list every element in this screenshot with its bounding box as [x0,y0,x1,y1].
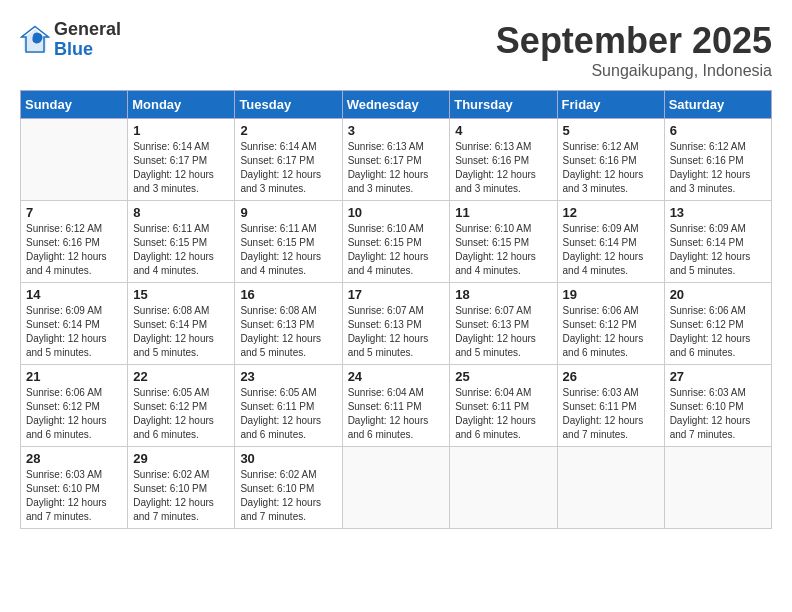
calendar-cell [21,119,128,201]
day-number: 3 [348,123,445,138]
weekday-header: Sunday [21,91,128,119]
calendar-cell: 27Sunrise: 6:03 AMSunset: 6:10 PMDayligh… [664,365,771,447]
day-number: 2 [240,123,336,138]
weekday-header: Tuesday [235,91,342,119]
day-info: Sunrise: 6:02 AMSunset: 6:10 PMDaylight:… [240,468,336,524]
day-info: Sunrise: 6:09 AMSunset: 6:14 PMDaylight:… [26,304,122,360]
logo-text: General Blue [54,20,121,60]
calendar-cell: 22Sunrise: 6:05 AMSunset: 6:12 PMDayligh… [128,365,235,447]
day-info: Sunrise: 6:07 AMSunset: 6:13 PMDaylight:… [455,304,551,360]
calendar-cell: 23Sunrise: 6:05 AMSunset: 6:11 PMDayligh… [235,365,342,447]
month-title: September 2025 [496,20,772,62]
day-number: 14 [26,287,122,302]
day-number: 11 [455,205,551,220]
day-number: 10 [348,205,445,220]
weekday-header: Friday [557,91,664,119]
day-number: 17 [348,287,445,302]
day-info: Sunrise: 6:02 AMSunset: 6:10 PMDaylight:… [133,468,229,524]
day-number: 16 [240,287,336,302]
day-number: 8 [133,205,229,220]
calendar-cell: 24Sunrise: 6:04 AMSunset: 6:11 PMDayligh… [342,365,450,447]
day-info: Sunrise: 6:03 AMSunset: 6:10 PMDaylight:… [670,386,766,442]
calendar-cell: 16Sunrise: 6:08 AMSunset: 6:13 PMDayligh… [235,283,342,365]
calendar-cell: 28Sunrise: 6:03 AMSunset: 6:10 PMDayligh… [21,447,128,529]
calendar-body: 1Sunrise: 6:14 AMSunset: 6:17 PMDaylight… [21,119,772,529]
calendar-cell: 13Sunrise: 6:09 AMSunset: 6:14 PMDayligh… [664,201,771,283]
day-info: Sunrise: 6:05 AMSunset: 6:12 PMDaylight:… [133,386,229,442]
day-number: 28 [26,451,122,466]
day-number: 4 [455,123,551,138]
calendar-cell: 18Sunrise: 6:07 AMSunset: 6:13 PMDayligh… [450,283,557,365]
calendar-cell: 14Sunrise: 6:09 AMSunset: 6:14 PMDayligh… [21,283,128,365]
day-number: 15 [133,287,229,302]
day-number: 26 [563,369,659,384]
calendar-week-row: 7Sunrise: 6:12 AMSunset: 6:16 PMDaylight… [21,201,772,283]
day-info: Sunrise: 6:08 AMSunset: 6:13 PMDaylight:… [240,304,336,360]
calendar-cell: 2Sunrise: 6:14 AMSunset: 6:17 PMDaylight… [235,119,342,201]
day-info: Sunrise: 6:13 AMSunset: 6:17 PMDaylight:… [348,140,445,196]
day-number: 22 [133,369,229,384]
day-info: Sunrise: 6:08 AMSunset: 6:14 PMDaylight:… [133,304,229,360]
title-block: September 2025 Sungaikupang, Indonesia [496,20,772,80]
day-number: 12 [563,205,659,220]
weekday-header: Saturday [664,91,771,119]
day-number: 13 [670,205,766,220]
weekday-row: SundayMondayTuesdayWednesdayThursdayFrid… [21,91,772,119]
day-number: 21 [26,369,122,384]
day-number: 18 [455,287,551,302]
day-number: 27 [670,369,766,384]
calendar-cell: 9Sunrise: 6:11 AMSunset: 6:15 PMDaylight… [235,201,342,283]
day-info: Sunrise: 6:11 AMSunset: 6:15 PMDaylight:… [133,222,229,278]
calendar-cell: 1Sunrise: 6:14 AMSunset: 6:17 PMDaylight… [128,119,235,201]
day-info: Sunrise: 6:10 AMSunset: 6:15 PMDaylight:… [455,222,551,278]
day-info: Sunrise: 6:14 AMSunset: 6:17 PMDaylight:… [133,140,229,196]
calendar-week-row: 21Sunrise: 6:06 AMSunset: 6:12 PMDayligh… [21,365,772,447]
day-number: 6 [670,123,766,138]
calendar-cell: 6Sunrise: 6:12 AMSunset: 6:16 PMDaylight… [664,119,771,201]
logo-blue: Blue [54,39,93,59]
calendar-cell [450,447,557,529]
calendar-cell: 26Sunrise: 6:03 AMSunset: 6:11 PMDayligh… [557,365,664,447]
calendar-cell: 3Sunrise: 6:13 AMSunset: 6:17 PMDaylight… [342,119,450,201]
day-info: Sunrise: 6:06 AMSunset: 6:12 PMDaylight:… [26,386,122,442]
calendar-cell [342,447,450,529]
day-info: Sunrise: 6:05 AMSunset: 6:11 PMDaylight:… [240,386,336,442]
calendar-cell: 19Sunrise: 6:06 AMSunset: 6:12 PMDayligh… [557,283,664,365]
calendar-cell: 12Sunrise: 6:09 AMSunset: 6:14 PMDayligh… [557,201,664,283]
weekday-header: Monday [128,91,235,119]
calendar-cell: 4Sunrise: 6:13 AMSunset: 6:16 PMDaylight… [450,119,557,201]
calendar-week-row: 14Sunrise: 6:09 AMSunset: 6:14 PMDayligh… [21,283,772,365]
day-info: Sunrise: 6:06 AMSunset: 6:12 PMDaylight:… [563,304,659,360]
calendar-cell: 5Sunrise: 6:12 AMSunset: 6:16 PMDaylight… [557,119,664,201]
day-number: 1 [133,123,229,138]
calendar-cell: 17Sunrise: 6:07 AMSunset: 6:13 PMDayligh… [342,283,450,365]
day-number: 19 [563,287,659,302]
calendar-cell: 15Sunrise: 6:08 AMSunset: 6:14 PMDayligh… [128,283,235,365]
day-info: Sunrise: 6:09 AMSunset: 6:14 PMDaylight:… [670,222,766,278]
day-info: Sunrise: 6:03 AMSunset: 6:10 PMDaylight:… [26,468,122,524]
day-number: 5 [563,123,659,138]
day-info: Sunrise: 6:06 AMSunset: 6:12 PMDaylight:… [670,304,766,360]
calendar-week-row: 1Sunrise: 6:14 AMSunset: 6:17 PMDaylight… [21,119,772,201]
day-info: Sunrise: 6:12 AMSunset: 6:16 PMDaylight:… [670,140,766,196]
calendar-cell [557,447,664,529]
location: Sungaikupang, Indonesia [496,62,772,80]
weekday-header: Wednesday [342,91,450,119]
calendar-header: SundayMondayTuesdayWednesdayThursdayFrid… [21,91,772,119]
logo-icon [20,25,50,55]
day-info: Sunrise: 6:04 AMSunset: 6:11 PMDaylight:… [455,386,551,442]
calendar-week-row: 28Sunrise: 6:03 AMSunset: 6:10 PMDayligh… [21,447,772,529]
calendar-cell: 30Sunrise: 6:02 AMSunset: 6:10 PMDayligh… [235,447,342,529]
calendar-cell: 7Sunrise: 6:12 AMSunset: 6:16 PMDaylight… [21,201,128,283]
day-number: 23 [240,369,336,384]
calendar-cell: 29Sunrise: 6:02 AMSunset: 6:10 PMDayligh… [128,447,235,529]
day-info: Sunrise: 6:09 AMSunset: 6:14 PMDaylight:… [563,222,659,278]
day-info: Sunrise: 6:03 AMSunset: 6:11 PMDaylight:… [563,386,659,442]
calendar-cell: 11Sunrise: 6:10 AMSunset: 6:15 PMDayligh… [450,201,557,283]
day-info: Sunrise: 6:12 AMSunset: 6:16 PMDaylight:… [26,222,122,278]
calendar-cell: 10Sunrise: 6:10 AMSunset: 6:15 PMDayligh… [342,201,450,283]
day-number: 7 [26,205,122,220]
day-info: Sunrise: 6:10 AMSunset: 6:15 PMDaylight:… [348,222,445,278]
calendar-cell [664,447,771,529]
logo-general: General [54,19,121,39]
